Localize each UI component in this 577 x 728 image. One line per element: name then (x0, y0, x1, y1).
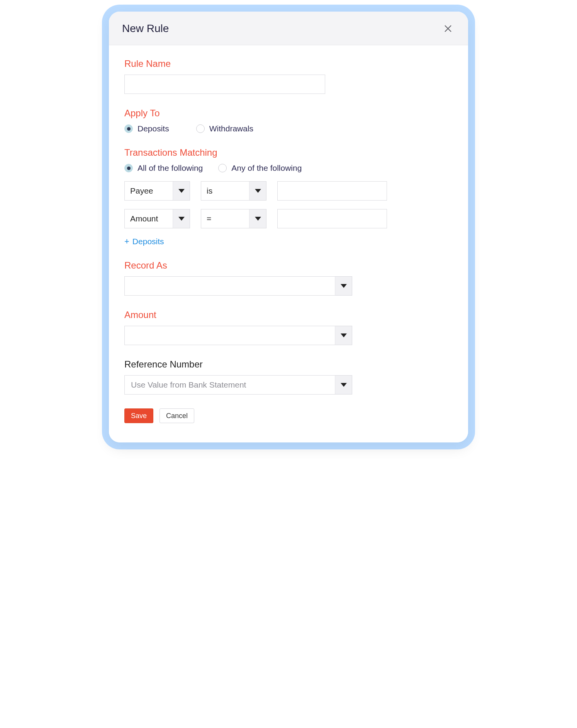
plus-icon: + (124, 237, 129, 246)
apply-to-withdrawals-radio[interactable]: Withdrawals (196, 124, 253, 133)
chevron-down-icon (249, 182, 266, 200)
svg-marker-4 (178, 217, 185, 221)
rule-name-group: Rule Name (124, 58, 453, 94)
condition-row: Payee is (124, 181, 453, 201)
svg-marker-2 (178, 189, 185, 193)
radio-icon (218, 164, 227, 172)
reference-number-group: Reference Number Use Value from Bank Sta… (124, 359, 453, 395)
add-condition-label: Deposits (132, 237, 164, 246)
condition-field-value: Payee (125, 186, 173, 196)
reference-number-label: Reference Number (124, 359, 453, 370)
amount-group: Amount (124, 310, 453, 345)
svg-marker-8 (341, 383, 347, 387)
chevron-down-icon (335, 326, 352, 345)
radio-icon (124, 164, 133, 172)
svg-marker-3 (255, 189, 261, 193)
svg-marker-5 (255, 217, 261, 221)
amount-label: Amount (124, 310, 453, 320)
close-icon (443, 24, 453, 33)
condition-operator-value: is (201, 186, 249, 196)
modal-title: New Rule (122, 22, 169, 35)
modal-footer: Save Cancel (124, 408, 453, 423)
condition-field-value: Amount (125, 214, 173, 223)
match-mode-all-label: All of the following (137, 163, 203, 173)
new-rule-modal: New Rule Rule Name Apply To Deposits (109, 12, 468, 442)
apply-to-options: Deposits Withdrawals (124, 124, 453, 133)
modal-container: New Rule Rule Name Apply To Deposits (109, 12, 468, 442)
condition-operator-value: = (201, 214, 249, 223)
rule-name-input[interactable] (124, 75, 325, 94)
transactions-matching-label: Transactions Matching (124, 147, 453, 158)
apply-to-withdrawals-label: Withdrawals (209, 124, 253, 133)
chevron-down-icon (173, 182, 190, 200)
modal-body: Rule Name Apply To Deposits Withdrawals (109, 45, 468, 442)
condition-value-input[interactable] (277, 181, 387, 201)
radio-icon (196, 124, 205, 133)
condition-operator-select[interactable]: is (201, 181, 266, 201)
rule-name-label: Rule Name (124, 58, 453, 69)
record-as-select[interactable] (124, 276, 352, 296)
amount-select[interactable] (124, 326, 352, 345)
reference-number-value: Use Value from Bank Statement (125, 380, 335, 390)
match-mode-options: All of the following Any of the followin… (124, 163, 453, 173)
condition-field-select[interactable]: Payee (124, 181, 190, 201)
radio-icon (124, 124, 133, 133)
record-as-label: Record As (124, 260, 453, 271)
condition-operator-select[interactable]: = (201, 209, 266, 228)
chevron-down-icon (335, 376, 352, 394)
modal-header: New Rule (109, 12, 468, 45)
add-condition-link[interactable]: + Deposits (124, 237, 453, 246)
record-as-group: Record As (124, 260, 453, 296)
apply-to-deposits-radio[interactable]: Deposits (124, 124, 169, 133)
chevron-down-icon (173, 209, 190, 228)
svg-marker-6 (341, 284, 347, 288)
apply-to-group: Apply To Deposits Withdrawals (124, 108, 453, 133)
cancel-button[interactable]: Cancel (160, 408, 194, 423)
transactions-matching-group: Transactions Matching All of the followi… (124, 147, 453, 246)
condition-row: Amount = (124, 209, 453, 228)
close-button[interactable] (441, 22, 455, 36)
svg-marker-7 (341, 333, 347, 337)
chevron-down-icon (335, 277, 352, 295)
match-mode-all-radio[interactable]: All of the following (124, 163, 203, 173)
apply-to-label: Apply To (124, 108, 453, 119)
chevron-down-icon (249, 209, 266, 228)
reference-number-select[interactable]: Use Value from Bank Statement (124, 375, 352, 395)
save-button[interactable]: Save (124, 408, 153, 423)
condition-field-select[interactable]: Amount (124, 209, 190, 228)
apply-to-deposits-label: Deposits (137, 124, 169, 133)
match-mode-any-radio[interactable]: Any of the following (218, 163, 302, 173)
condition-value-input[interactable] (277, 209, 387, 228)
match-mode-any-label: Any of the following (231, 163, 302, 173)
